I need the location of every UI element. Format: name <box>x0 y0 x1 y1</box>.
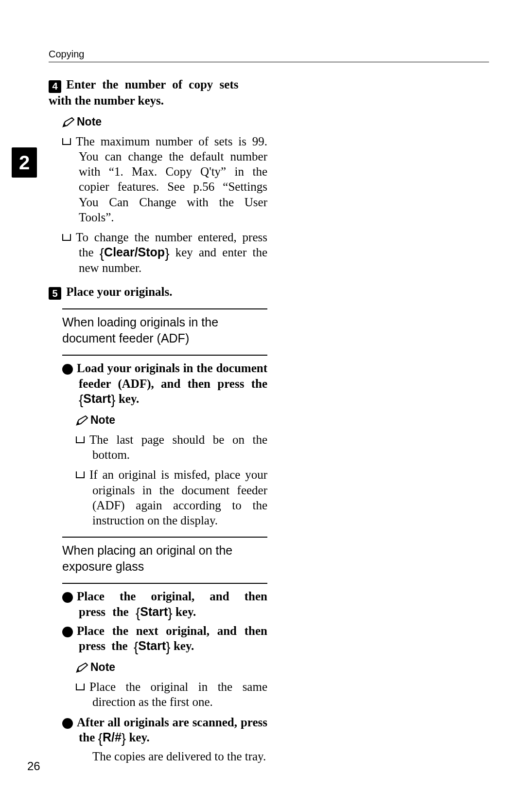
step-5-text: Place your originals. <box>66 285 172 298</box>
note-heading: Note <box>76 413 267 429</box>
note-label: Note <box>90 414 115 426</box>
keycap: {Start} <box>79 392 116 405</box>
pencil-icon <box>76 662 88 676</box>
note-bullet-icon <box>76 436 85 443</box>
note-text: Place the original in the same direction… <box>89 680 267 708</box>
step-5: 5 Place your originals. <box>49 284 267 300</box>
substep-text-a: Load your originals in the document feed… <box>77 361 267 390</box>
subsection-heading: When loading originals in the document f… <box>62 314 267 346</box>
keycap: {R/#} <box>98 730 126 744</box>
step-4: 4 Enter the number of copy sets with the… <box>49 77 267 108</box>
note-bullet-icon <box>76 684 85 690</box>
circle-number-icon: 1 <box>62 592 73 603</box>
divider <box>62 355 267 356</box>
key-label: Start <box>138 639 166 652</box>
step-4-text-line2: with the number keys. <box>49 93 267 108</box>
substep-text-b: key. <box>116 392 140 405</box>
note-text: The maximum number of sets is 99. You ca… <box>76 135 267 224</box>
manual-page: Copying 2 4 Enter the number of copy set… <box>0 0 525 812</box>
divider <box>62 308 267 309</box>
note-heading: Note <box>76 660 267 676</box>
divider <box>62 583 267 584</box>
key-label: Start <box>140 605 168 618</box>
circle-number-icon: 1 <box>62 364 73 375</box>
substep-text-b: key. <box>173 605 196 618</box>
substep-text-b: key. <box>126 731 150 744</box>
note-label: Note <box>77 115 102 128</box>
key-label: Clear/Stop <box>104 245 165 259</box>
note-item: The last page should be on the bottom. <box>76 432 267 463</box>
note-item: If an original is misfed, place your ori… <box>76 467 267 528</box>
subsection-heading: When placing an original on the exposure… <box>62 542 267 574</box>
keycap: {Clear/Stop} <box>100 245 170 259</box>
substep-2: 2Place the next original, and then press… <box>62 623 267 654</box>
note-label: Note <box>90 661 115 673</box>
step-number-badge: 5 <box>49 287 61 300</box>
note-bullet-icon <box>62 138 71 145</box>
pencil-icon <box>62 117 75 131</box>
keycap: {Start} <box>134 639 171 652</box>
note-item: Place the original in the same direction… <box>76 679 267 710</box>
note-item: The maximum number of sets is 99. You ca… <box>62 134 267 225</box>
note-text: The last page should be on the bottom. <box>89 433 267 461</box>
divider <box>62 537 267 538</box>
note-bullet-icon <box>62 234 71 241</box>
body-column: 4 Enter the number of copy sets with the… <box>49 77 267 764</box>
step-4-text-line1: Enter the number of copy sets <box>66 78 238 91</box>
note-text: If an original is misfed, place your ori… <box>89 468 267 527</box>
substep-1: 1Place the original, and then press the … <box>62 589 267 619</box>
page-number: 26 <box>27 759 40 773</box>
key-label: R/# <box>103 730 122 744</box>
note-heading: Note <box>62 115 267 131</box>
step-number-badge: 4 <box>49 80 61 93</box>
pencil-icon <box>76 415 88 429</box>
subsection-exposure-glass: When placing an original on the exposure… <box>62 537 267 764</box>
result-text: The copies are delivered to the tray. <box>76 749 267 764</box>
key-label: Start <box>83 392 111 405</box>
note-bullet-icon <box>76 471 85 478</box>
note-item: To change the number entered, press the … <box>62 230 267 275</box>
running-head: Copying <box>49 49 489 62</box>
circle-number-icon: 2 <box>62 627 73 637</box>
substep-1: 1Load your originals in the document fee… <box>62 361 267 406</box>
chapter-tab: 2 <box>12 147 37 178</box>
subsection-adf: When loading originals in the document f… <box>62 308 267 528</box>
substep-3: 3After all originals are scanned, press … <box>62 715 267 745</box>
circle-number-icon: 3 <box>62 718 73 729</box>
keycap: {Start} <box>136 605 173 618</box>
substep-text-b: key. <box>171 639 194 652</box>
